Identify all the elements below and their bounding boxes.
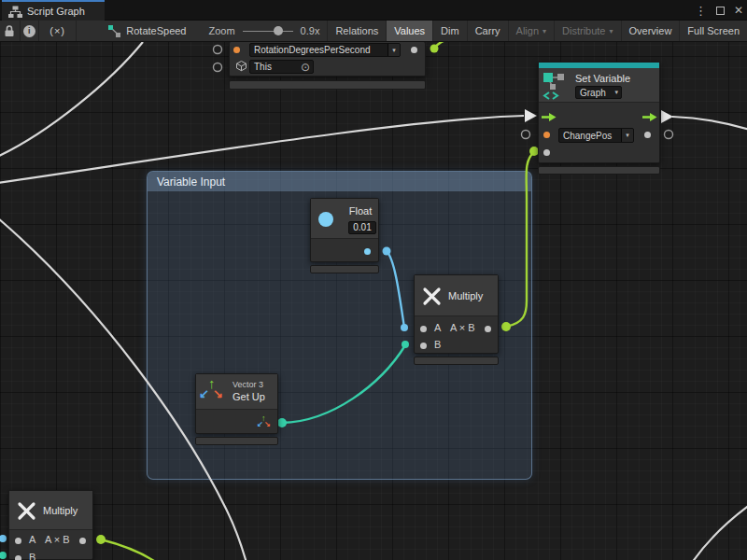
float-value-field[interactable]: 0.01 (348, 221, 376, 234)
node-title: Set Variable (575, 73, 630, 84)
node-title: Float (346, 205, 374, 217)
multiply-icon (17, 501, 36, 521)
tab-title: Script Graph (27, 6, 85, 17)
button-full-screen[interactable]: Full Screen (679, 21, 747, 41)
flow-out-arrow-icon[interactable] (642, 112, 657, 122)
down-right-arrow-icon: ↘ (264, 420, 271, 428)
button-overview[interactable]: Overview (621, 21, 680, 41)
script-graph-window: Variable Input (0, 0, 747, 560)
variable-name-dropdown[interactable]: ChangePos ▾ (558, 128, 634, 143)
variable-kind-dot[interactable] (543, 132, 550, 138)
chevron-down-icon[interactable]: ▾ (388, 44, 400, 56)
flow-in-arrow-icon[interactable] (542, 112, 557, 122)
object-picker-icon[interactable]: ⊙ (301, 61, 313, 74)
value-input-port[interactable] (543, 149, 550, 156)
zoom-slider-track[interactable] (243, 31, 293, 32)
node-title: Multiply (43, 505, 78, 516)
output-port[interactable] (79, 538, 86, 544)
tab-bar: Script Graph ⋮ ✕ (0, 0, 747, 21)
graph-toolbar: i (×) RotateSpeed Zoom 0.9x Relations Va… (0, 21, 747, 42)
down-left-arrow-icon: ↙ (257, 420, 263, 428)
graph-reference-icon (108, 25, 120, 37)
button-distribute[interactable]: Distribute▾ (554, 21, 620, 41)
menu-kebab-icon[interactable]: ⋮ (695, 4, 707, 18)
group-header[interactable]: Variable Input (148, 172, 531, 191)
node-multiply[interactable]: Multiply A A × B B (414, 274, 499, 354)
value-output-port[interactable] (644, 132, 651, 138)
port-b-label: B (434, 339, 441, 350)
code-preview-button[interactable]: (×) (39, 21, 77, 41)
result-label: A × B (450, 322, 475, 333)
zoom-value: 0.9x (301, 25, 320, 36)
input-port-b[interactable] (15, 555, 21, 560)
info-button[interactable]: i (21, 21, 39, 41)
down-left-arrow-icon: ↙ (199, 386, 209, 400)
chevron-down-icon: ▾ (543, 27, 546, 35)
node-footer (195, 437, 278, 445)
port-b-label: B (29, 552, 35, 560)
target-object-value: This (250, 62, 301, 72)
node-footer (229, 80, 426, 90)
set-variable-icon (543, 71, 567, 100)
button-align[interactable]: Align▾ (508, 21, 554, 41)
node-float-literal[interactable]: Float 0.01 (310, 198, 379, 262)
zoom-control: Zoom 0.9x (208, 21, 319, 41)
variable-name: RotationDegreesPerSecond (250, 45, 388, 55)
node-footer (310, 265, 379, 273)
down-right-arrow-icon: ↘ (213, 386, 223, 400)
port-a-label: A (434, 322, 441, 333)
node-title: Get Up (233, 391, 265, 402)
close-icon[interactable]: ✕ (734, 4, 743, 17)
node-footer (538, 166, 660, 175)
node-multiply[interactable]: Multiply A A × B B (8, 490, 93, 560)
zoom-slider-handle[interactable] (274, 26, 283, 35)
node-get-variable[interactable]: RotationDegreesPerSecond ▾ This ⊙ (229, 42, 426, 77)
variable-name: ChangePos (559, 131, 621, 141)
vector3-output-port[interactable]: ↑ ↙ ↘ (256, 414, 273, 431)
button-carry[interactable]: Carry (467, 21, 508, 41)
variable-scope-dropdown[interactable]: Graph ▾ (575, 86, 622, 99)
variable-name-dropdown[interactable]: RotationDegreesPerSecond ▾ (249, 43, 401, 57)
node-vector3-get-up[interactable]: ↑ ↙ ↘ Vector 3 Get Up ↑ ↙ ↘ (195, 373, 278, 434)
graph-breadcrumb[interactable]: RotateSpeed (108, 21, 186, 41)
input-port-b[interactable] (420, 343, 427, 349)
node-footer (414, 357, 499, 365)
value-output-port[interactable] (364, 248, 371, 255)
float-type-icon (318, 212, 333, 227)
node-set-variable[interactable]: Set Variable Graph ▾ ChangePos ▾ (538, 62, 660, 163)
multiply-icon (422, 287, 442, 306)
view-buttons: Relations Values Dim Carry Align▾ Distri… (327, 21, 747, 41)
input-port-a[interactable] (420, 326, 427, 332)
maximize-icon[interactable] (716, 7, 725, 15)
variable-kind-dot[interactable] (233, 47, 240, 53)
chevron-down-icon: ▾ (610, 27, 613, 35)
button-relations[interactable]: Relations (327, 21, 386, 41)
lock-button[interactable] (0, 21, 21, 41)
zoom-label: Zoom (208, 25, 234, 36)
scope-value: Graph (576, 88, 614, 98)
target-object-field[interactable]: This ⊙ (249, 60, 314, 74)
vector3-icon: ↑ ↙ ↘ (199, 376, 229, 406)
zoom-slider[interactable] (243, 26, 293, 35)
lock-icon (4, 24, 15, 37)
chevron-down-icon: ▾ (614, 89, 621, 96)
button-dim[interactable]: Dim (432, 21, 467, 41)
info-icon: i (23, 25, 35, 37)
graph-name: RotateSpeed (126, 25, 186, 36)
group-title: Variable Input (157, 175, 225, 189)
input-port-a[interactable] (15, 538, 21, 544)
value-output-port[interactable] (411, 47, 417, 53)
tab-script-graph[interactable]: Script Graph (2, 0, 105, 21)
gameobject-cube-icon (235, 60, 247, 72)
script-graph-icon (8, 6, 22, 18)
node-title: Multiply (448, 290, 483, 301)
result-label: A × B (45, 534, 70, 545)
output-port[interactable] (485, 326, 491, 332)
button-values[interactable]: Values (386, 21, 432, 41)
type-label: Vector 3 (233, 380, 263, 389)
chevron-down-icon[interactable]: ▾ (621, 129, 633, 142)
port-a-label: A (29, 534, 35, 545)
